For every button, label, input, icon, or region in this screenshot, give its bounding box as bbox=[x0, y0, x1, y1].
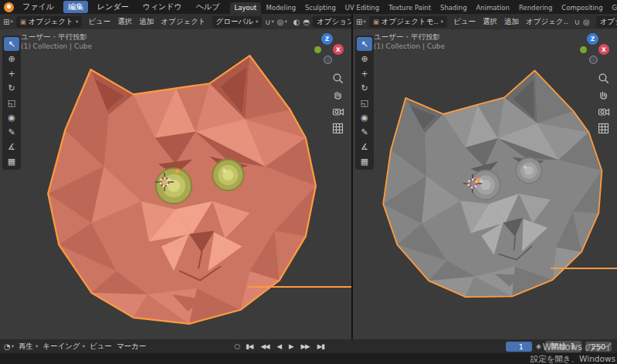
jump-to-end-button[interactable]: ▶▮ bbox=[316, 342, 326, 350]
grid-toggle-icon[interactable] bbox=[598, 123, 609, 134]
axis-y-ball[interactable] bbox=[314, 46, 321, 53]
jump-to-start-button[interactable]: ▮◀ bbox=[244, 342, 254, 350]
show-gizmos-icon[interactable]: ◐ bbox=[293, 18, 300, 26]
timeline-view-menu[interactable]: ビュー bbox=[90, 342, 112, 352]
tool-scale[interactable]: ◱ bbox=[357, 96, 372, 110]
tool-scale[interactable]: ◱ bbox=[4, 96, 19, 110]
jump-prev-keyframe-button[interactable]: ◀◀ bbox=[259, 342, 270, 350]
grid-toggle-icon[interactable] bbox=[332, 123, 344, 134]
mode-dropdown[interactable]: ▣ オブジェクトモ.. ▾ bbox=[369, 16, 447, 28]
tool-transform[interactable]: ◉ bbox=[4, 110, 19, 124]
cat-head-mesh-solid[interactable] bbox=[353, 49, 617, 322]
workspace-tab-1[interactable]: Modeling bbox=[261, 2, 300, 14]
mode-dropdown[interactable]: ▣ オブジェクト ▾ bbox=[16, 16, 83, 28]
keyframe-icon[interactable]: ◈ bbox=[536, 342, 541, 350]
tool-cursor[interactable]: ⊕ bbox=[4, 52, 19, 66]
axis-negative-ball[interactable] bbox=[324, 56, 332, 64]
tool-move[interactable]: + bbox=[4, 66, 19, 80]
options-dropdown[interactable]: オプション ▾ bbox=[313, 16, 351, 28]
tool-cursor[interactable]: ⊕ bbox=[357, 52, 372, 66]
zoom-icon[interactable] bbox=[332, 72, 344, 84]
menubar-item-4[interactable]: ヘルプ bbox=[192, 1, 225, 13]
workspace-tab-8[interactable]: Compositing bbox=[557, 2, 607, 14]
workspace-tab-9[interactable]: Geometry Nodes bbox=[608, 2, 617, 14]
viewport-menu-1[interactable]: 選択 bbox=[480, 16, 500, 28]
playback-menu[interactable]: 再生▾ bbox=[19, 342, 38, 352]
topbar: ファイル編集レンダーウィンドウヘルプ LayoutModelingSculpti… bbox=[0, 0, 617, 14]
move-view-hand-icon[interactable] bbox=[332, 89, 344, 101]
play-reverse-button[interactable]: ◀ bbox=[275, 342, 283, 350]
axis-y-ball[interactable] bbox=[580, 46, 587, 53]
tool-move[interactable]: + bbox=[357, 66, 372, 80]
blender-logo-icon[interactable] bbox=[4, 2, 14, 12]
view-perspective-label: ユーザー・平行投影 bbox=[374, 32, 440, 42]
workspace-tab-0[interactable]: Layout bbox=[230, 2, 262, 14]
viewport-menu-0[interactable]: ビュー bbox=[450, 16, 479, 28]
proportional-editing-icon[interactable]: ◎ bbox=[583, 18, 590, 26]
tool-select-box[interactable]: ↖ bbox=[4, 37, 19, 51]
menubar-item-2[interactable]: レンダー bbox=[93, 1, 134, 13]
timeline-bar: ◔▾ 再生▾ キーイング▾ ビュー マーカー ○ ▮◀◀◀◀▶▶▶▶▮ 1 ◈ … bbox=[0, 339, 617, 353]
workspace-tab-6[interactable]: Animation bbox=[472, 2, 514, 14]
menubar-item-0[interactable]: ファイル bbox=[18, 1, 59, 13]
play-button[interactable]: ▶ bbox=[287, 342, 295, 350]
menubar-item-1[interactable]: 編集 bbox=[63, 1, 88, 13]
timeline-marker-menu[interactable]: マーカー bbox=[117, 342, 146, 352]
zoom-icon[interactable] bbox=[598, 72, 609, 84]
auto-keying-button[interactable]: ○ bbox=[234, 342, 240, 350]
toolbar-right: ↖⊕+↻◱◉✎∡▦ bbox=[355, 35, 374, 170]
viewport-menu-2[interactable]: 追加 bbox=[501, 16, 522, 28]
viewport-menu-0[interactable]: ビュー bbox=[85, 16, 114, 28]
tool-annotate[interactable]: ✎ bbox=[4, 125, 19, 139]
tool-add-cube[interactable]: ▦ bbox=[357, 154, 372, 168]
viewport-menu-1[interactable]: 選択 bbox=[114, 16, 135, 28]
menubar-item-3[interactable]: ウィンドウ bbox=[138, 1, 187, 13]
snap-magnet-icon[interactable]: ∪ bbox=[575, 18, 580, 26]
snap-magnet-icon[interactable]: ∪▾ bbox=[265, 18, 274, 26]
axis-negative-ball[interactable] bbox=[589, 56, 598, 64]
viewport-menu-3[interactable]: オブジェクト bbox=[158, 16, 208, 28]
camera-view-icon[interactable] bbox=[332, 106, 344, 117]
editor-type-icon[interactable]: ⊞▾ bbox=[356, 18, 366, 26]
proportional-editing-icon[interactable]: ◎▾ bbox=[277, 18, 287, 26]
axis-x-ball[interactable]: X bbox=[333, 44, 344, 55]
viewport-canvas-left[interactable]: ユーザー・平行投影 (1) Collection | Cube ↖⊕+↻◱◉✎∡… bbox=[0, 29, 351, 339]
move-view-hand-icon[interactable] bbox=[598, 89, 609, 101]
show-overlays-icon[interactable]: ◓ bbox=[303, 18, 310, 26]
cursor-3d[interactable] bbox=[463, 174, 482, 193]
options-dropdown[interactable]: オプション ▾ bbox=[596, 16, 617, 28]
workspace-tab-7[interactable]: Rendering bbox=[514, 2, 557, 14]
orientation-dropdown[interactable]: グローバル ▾ bbox=[212, 16, 263, 28]
navigation-gizmo[interactable]: Z X bbox=[314, 33, 347, 67]
cursor-3d[interactable] bbox=[155, 173, 174, 191]
viewport-canvas-right[interactable]: ユーザー・平行投影 (1) Collection | Cube ↖⊕+↻◱◉✎∡… bbox=[353, 29, 617, 339]
keying-menu[interactable]: キーイング▾ bbox=[42, 342, 85, 352]
jump-next-keyframe-button[interactable]: ▶▶ bbox=[300, 342, 311, 350]
viewport-menu-2[interactable]: 追加 bbox=[136, 16, 157, 28]
axis-z-ball[interactable]: Z bbox=[321, 33, 333, 45]
viewport-nav-icons bbox=[332, 72, 344, 134]
tool-select-box[interactable]: ↖ bbox=[357, 37, 372, 51]
navigation-gizmo[interactable]: Z X bbox=[579, 33, 613, 67]
axis-z-ball[interactable]: Z bbox=[587, 33, 598, 45]
viewport-header-right: ⊞▾ ▣ オブジェクトモ.. ▾ ビュー選択追加オブジェク.. ∪ ◎ オプショ… bbox=[353, 14, 617, 29]
current-frame-field[interactable]: 1 bbox=[506, 342, 532, 352]
playback-transport: ○ ▮◀◀◀◀▶▶▶▶▮ bbox=[234, 342, 326, 350]
timeline-editor-type-icon[interactable]: ◔▾ bbox=[4, 342, 14, 351]
axis-line bbox=[551, 268, 617, 269]
tool-measure[interactable]: ∡ bbox=[4, 140, 19, 153]
camera-view-icon[interactable] bbox=[598, 106, 610, 117]
viewport-menu-3[interactable]: オブジェク.. bbox=[523, 16, 571, 28]
workspace-tab-4[interactable]: Texture Paint bbox=[384, 2, 436, 14]
tool-rotate[interactable]: ↻ bbox=[4, 81, 19, 95]
workspace-tab-5[interactable]: Shading bbox=[436, 2, 472, 14]
tool-rotate[interactable]: ↻ bbox=[357, 81, 372, 95]
editor-type-icon[interactable]: ⊞▾ bbox=[3, 18, 13, 26]
workspace-tab-2[interactable]: Sculpting bbox=[300, 2, 341, 14]
tool-add-cube[interactable]: ▦ bbox=[4, 154, 19, 168]
tool-transform[interactable]: ◉ bbox=[357, 110, 372, 124]
workspace-tab-3[interactable]: UV Editing bbox=[341, 2, 384, 14]
axis-x-ball[interactable]: X bbox=[598, 44, 609, 55]
tool-annotate[interactable]: ✎ bbox=[357, 125, 372, 139]
tool-measure[interactable]: ∡ bbox=[357, 140, 372, 153]
